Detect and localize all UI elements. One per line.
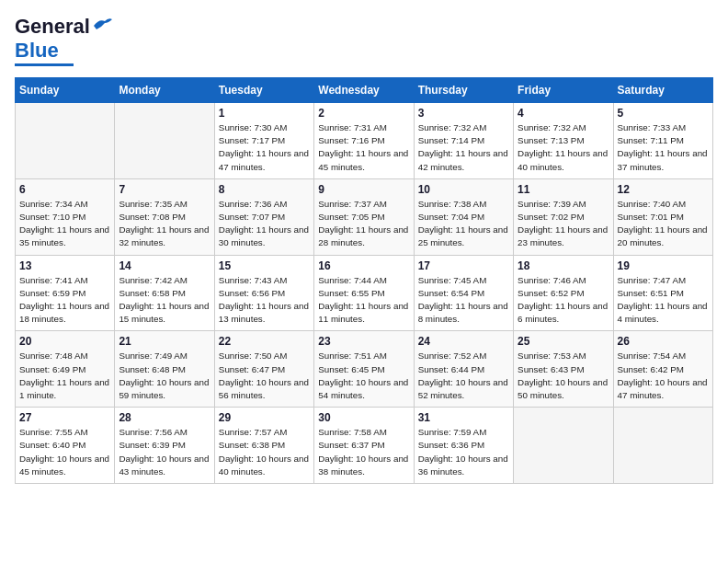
calendar-cell: 10Sunrise: 7:38 AM Sunset: 7:04 PM Dayli… [414,178,513,255]
calendar-cell: 15Sunrise: 7:43 AM Sunset: 6:56 PM Dayli… [214,255,313,331]
calendar-cell: 6Sunrise: 7:34 AM Sunset: 7:10 PM Daylig… [16,178,115,255]
day-number: 6 [19,183,110,196]
day-detail: Sunrise: 7:48 AM Sunset: 6:49 PM Dayligh… [19,350,110,402]
calendar-cell: 31Sunrise: 7:59 AM Sunset: 6:36 PM Dayli… [414,408,513,484]
calendar-cell: 13Sunrise: 7:41 AM Sunset: 6:59 PM Dayli… [16,255,115,331]
day-detail: Sunrise: 7:39 AM Sunset: 7:02 PM Dayligh… [518,198,609,250]
day-detail: Sunrise: 7:43 AM Sunset: 6:56 PM Dayligh… [219,274,310,327]
calendar-cell [514,408,613,484]
logo-bird-icon [92,17,112,33]
day-number: 25 [518,335,609,348]
calendar-cell: 1Sunrise: 7:30 AM Sunset: 7:17 PM Daylig… [214,103,313,179]
day-detail: Sunrise: 7:37 AM Sunset: 7:05 PM Dayligh… [318,198,409,250]
day-detail: Sunrise: 7:57 AM Sunset: 6:38 PM Dayligh… [219,426,310,478]
day-number: 23 [318,335,409,348]
calendar-cell: 23Sunrise: 7:51 AM Sunset: 6:45 PM Dayli… [314,331,414,408]
logo-underline [15,63,74,66]
day-detail: Sunrise: 7:50 AM Sunset: 6:47 PM Dayligh… [219,350,310,402]
day-detail: Sunrise: 7:35 AM Sunset: 7:08 PM Dayligh… [119,198,210,250]
calendar-cell [16,103,115,179]
day-detail: Sunrise: 7:32 AM Sunset: 7:14 PM Dayligh… [418,121,509,174]
day-detail: Sunrise: 7:56 AM Sunset: 6:39 PM Dayligh… [119,426,210,478]
day-detail: Sunrise: 7:30 AM Sunset: 7:17 PM Dayligh… [219,121,310,174]
day-number: 1 [219,107,310,120]
calendar-cell: 12Sunrise: 7:40 AM Sunset: 7:01 PM Dayli… [613,178,712,255]
col-header-tuesday: Tuesday [214,78,313,103]
calendar-table: SundayMondayTuesdayWednesdayThursdayFrid… [15,77,713,484]
day-detail: Sunrise: 7:33 AM Sunset: 7:11 PM Dayligh… [618,121,709,174]
calendar-cell: 21Sunrise: 7:49 AM Sunset: 6:48 PM Dayli… [115,331,214,408]
col-header-saturday: Saturday [613,78,712,103]
day-detail: Sunrise: 7:53 AM Sunset: 6:43 PM Dayligh… [518,350,609,402]
day-number: 30 [318,411,409,424]
day-detail: Sunrise: 7:40 AM Sunset: 7:01 PM Dayligh… [618,198,709,250]
day-detail: Sunrise: 7:31 AM Sunset: 7:16 PM Dayligh… [318,121,409,174]
day-number: 29 [219,411,310,424]
col-header-monday: Monday [115,78,214,103]
calendar-cell: 27Sunrise: 7:55 AM Sunset: 6:40 PM Dayli… [16,408,115,484]
calendar-cell: 5Sunrise: 7:33 AM Sunset: 7:11 PM Daylig… [613,103,712,179]
calendar-cell: 24Sunrise: 7:52 AM Sunset: 6:44 PM Dayli… [414,331,513,408]
calendar-cell: 11Sunrise: 7:39 AM Sunset: 7:02 PM Dayli… [514,178,613,255]
col-header-wednesday: Wednesday [314,78,414,103]
day-detail: Sunrise: 7:47 AM Sunset: 6:51 PM Dayligh… [618,274,709,327]
day-number: 2 [318,107,409,120]
day-number: 10 [418,183,509,196]
day-number: 18 [518,259,609,272]
calendar-cell: 22Sunrise: 7:50 AM Sunset: 6:47 PM Dayli… [214,331,313,408]
col-header-sunday: Sunday [16,78,115,103]
calendar-cell [613,408,712,484]
day-detail: Sunrise: 7:58 AM Sunset: 6:37 PM Dayligh… [318,426,409,478]
day-number: 31 [418,411,509,424]
day-detail: Sunrise: 7:32 AM Sunset: 7:13 PM Dayligh… [518,121,609,174]
day-number: 11 [518,183,609,196]
calendar-cell: 28Sunrise: 7:56 AM Sunset: 6:39 PM Dayli… [115,408,214,484]
calendar-cell: 3Sunrise: 7:32 AM Sunset: 7:14 PM Daylig… [414,103,513,179]
calendar-cell: 25Sunrise: 7:53 AM Sunset: 6:43 PM Dayli… [514,331,613,408]
calendar-cell: 8Sunrise: 7:36 AM Sunset: 7:07 PM Daylig… [214,178,313,255]
day-detail: Sunrise: 7:52 AM Sunset: 6:44 PM Dayligh… [418,350,509,402]
page-header: General Blue [15,15,713,66]
calendar-cell: 20Sunrise: 7:48 AM Sunset: 6:49 PM Dayli… [16,331,115,408]
col-header-thursday: Thursday [414,78,513,103]
day-detail: Sunrise: 7:49 AM Sunset: 6:48 PM Dayligh… [119,350,210,402]
logo-blue: Blue [15,39,59,63]
calendar-cell: 18Sunrise: 7:46 AM Sunset: 6:52 PM Dayli… [514,255,613,331]
day-detail: Sunrise: 7:36 AM Sunset: 7:07 PM Dayligh… [219,198,310,250]
logo: General Blue [15,15,112,66]
calendar-cell: 26Sunrise: 7:54 AM Sunset: 6:42 PM Dayli… [613,331,712,408]
day-number: 8 [219,183,310,196]
day-number: 17 [418,259,509,272]
day-detail: Sunrise: 7:46 AM Sunset: 6:52 PM Dayligh… [518,274,609,327]
day-number: 5 [618,107,709,120]
calendar-cell: 30Sunrise: 7:58 AM Sunset: 6:37 PM Dayli… [314,408,414,484]
calendar-cell: 9Sunrise: 7:37 AM Sunset: 7:05 PM Daylig… [314,178,414,255]
day-number: 12 [618,183,709,196]
calendar-cell: 19Sunrise: 7:47 AM Sunset: 6:51 PM Dayli… [613,255,712,331]
day-detail: Sunrise: 7:38 AM Sunset: 7:04 PM Dayligh… [418,198,509,250]
day-number: 9 [318,183,409,196]
day-number: 22 [219,335,310,348]
day-number: 19 [618,259,709,272]
day-number: 7 [119,183,210,196]
day-detail: Sunrise: 7:34 AM Sunset: 7:10 PM Dayligh… [19,198,110,250]
calendar-cell: 29Sunrise: 7:57 AM Sunset: 6:38 PM Dayli… [214,408,313,484]
calendar-cell: 14Sunrise: 7:42 AM Sunset: 6:58 PM Dayli… [115,255,214,331]
day-number: 3 [418,107,509,120]
day-detail: Sunrise: 7:42 AM Sunset: 6:58 PM Dayligh… [119,274,210,327]
col-header-friday: Friday [514,78,613,103]
day-number: 14 [119,259,210,272]
day-number: 15 [219,259,310,272]
logo-general: General [15,15,90,39]
day-detail: Sunrise: 7:51 AM Sunset: 6:45 PM Dayligh… [318,350,409,402]
day-detail: Sunrise: 7:41 AM Sunset: 6:59 PM Dayligh… [19,274,110,327]
day-number: 16 [318,259,409,272]
day-detail: Sunrise: 7:59 AM Sunset: 6:36 PM Dayligh… [418,426,509,478]
calendar-cell: 7Sunrise: 7:35 AM Sunset: 7:08 PM Daylig… [115,178,214,255]
day-detail: Sunrise: 7:44 AM Sunset: 6:55 PM Dayligh… [318,274,409,327]
day-detail: Sunrise: 7:54 AM Sunset: 6:42 PM Dayligh… [618,350,709,402]
day-number: 20 [19,335,110,348]
day-number: 27 [19,411,110,424]
day-number: 13 [19,259,110,272]
calendar-cell [115,103,214,179]
